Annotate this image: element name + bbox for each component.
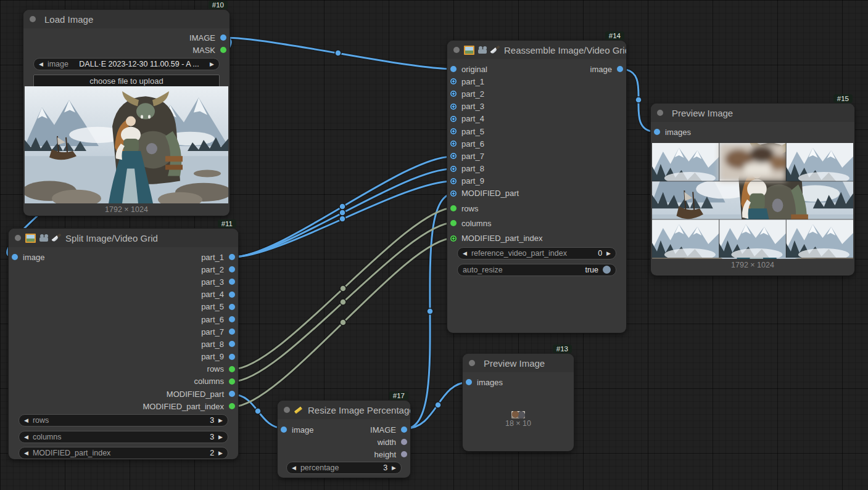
IMAGE-slot-dot[interactable]: [220, 35, 226, 41]
MODIFIED_part-slot-dot[interactable]: [450, 190, 457, 197]
widget-columns[interactable]: ◀columns3▶: [19, 431, 228, 443]
MODIFIED_part-slot-dot[interactable]: [229, 391, 235, 397]
part_2-slot-dot[interactable]: [229, 266, 235, 272]
slot-part_4: part_4: [447, 113, 543, 125]
columns-slot-dot[interactable]: [229, 378, 235, 385]
height-slot-dot[interactable]: [401, 451, 407, 457]
slot-part_4: part_4: [143, 288, 239, 301]
part_4-slot-dot[interactable]: [450, 116, 457, 122]
slot-MODIFIED_part_index: MODIFIED_part_index: [447, 232, 543, 244]
increment-arrow-icon[interactable]: ▶: [218, 415, 223, 426]
increment-arrow-icon[interactable]: ▶: [606, 248, 611, 259]
node-reassemble-grid[interactable]: #14 Reassemble Image/Video Grid original…: [447, 41, 626, 333]
part_1-slot-dot[interactable]: [450, 78, 457, 84]
widget-value: DALL·E 2023-12-30 11.00.59 - A ...: [73, 60, 205, 68]
node-title-bar[interactable]: Preview Image: [463, 354, 574, 372]
width-slot-dot[interactable]: [401, 439, 407, 445]
rows-slot-dot[interactable]: [450, 205, 457, 211]
widget-value: true: [585, 266, 598, 274]
widget-image[interactable]: ◀imageDALL·E 2023-12-30 11.00.59 - A ...…: [33, 58, 220, 70]
collapse-dot[interactable]: [30, 16, 36, 22]
increment-arrow-icon[interactable]: ▶: [210, 59, 214, 70]
widget-reference_video_part_index[interactable]: ◀reference_video_part_index0▶: [457, 247, 616, 259]
part_7-slot-dot[interactable]: [229, 329, 235, 335]
slot-IMAGE: IMAGE: [189, 31, 229, 44]
part_3-slot-dot[interactable]: [450, 104, 457, 110]
part_5-slot-dot[interactable]: [450, 128, 457, 134]
slot-label: part_3: [201, 277, 224, 287]
part_5-slot-dot[interactable]: [229, 304, 235, 310]
increment-arrow-icon[interactable]: ▶: [218, 431, 223, 443]
image-preview-thumbnail: [511, 411, 525, 419]
node-title-bar[interactable]: Reassemble Image/Video Grid: [447, 41, 626, 59]
picture-icon: [25, 234, 36, 243]
part_1-slot-dot[interactable]: [229, 254, 235, 260]
node-title-bar[interactable]: Resize Image Percentage: [278, 401, 410, 419]
node-title-bar[interactable]: Preview Image: [651, 104, 854, 122]
widget-auto_resize[interactable]: auto_resizetrue: [457, 264, 616, 276]
part_8-slot-dot[interactable]: [450, 166, 457, 172]
slot-label: height: [374, 450, 396, 459]
MODIFIED_part_index-slot-dot[interactable]: [229, 403, 235, 409]
node-title-bar[interactable]: Load Image: [23, 10, 229, 28]
rows-slot-dot[interactable]: [229, 366, 235, 372]
widget-percentage[interactable]: ◀percentage3▶: [286, 462, 402, 474]
part_8-slot-dot[interactable]: [229, 341, 235, 347]
image-slot-dot[interactable]: [617, 66, 623, 72]
image-slot-dot[interactable]: [281, 427, 287, 433]
node-title: Preview Image: [484, 358, 545, 369]
part_9-slot-dot[interactable]: [450, 178, 457, 184]
MODIFIED_part_index-slot-dot[interactable]: [450, 235, 457, 242]
slot-label: part_5: [201, 302, 224, 311]
images-slot-dot[interactable]: [466, 379, 472, 385]
image-slot-dot[interactable]: [12, 254, 18, 260]
increment-arrow-icon[interactable]: ▶: [392, 462, 396, 473]
part_6-slot-dot[interactable]: [450, 141, 457, 147]
image-dimensions: 1792 × 1024: [23, 205, 229, 214]
collapse-dot[interactable]: [469, 360, 475, 366]
slot-part_7: part_7: [447, 150, 543, 162]
slot-label: images: [665, 128, 691, 137]
decrement-arrow-icon[interactable]: ◀: [463, 248, 467, 259]
slot-part_7: part_7: [143, 325, 239, 338]
part_4-slot-dot[interactable]: [229, 292, 235, 298]
decrement-arrow-icon[interactable]: ◀: [24, 431, 28, 443]
slot-label: part_9: [201, 352, 224, 361]
images-slot-dot[interactable]: [654, 129, 660, 135]
collapse-dot[interactable]: [453, 47, 460, 53]
part_6-slot-dot[interactable]: [229, 316, 235, 322]
node-split-grid[interactable]: #11 Split Image/Video Grid image part_1p…: [9, 229, 238, 459]
node-preview-image-small[interactable]: #13 Preview Image images 18 × 10: [463, 354, 574, 451]
node-preview-image-main[interactable]: #15 Preview Image images: [651, 104, 854, 276]
decrement-arrow-icon[interactable]: ◀: [24, 415, 28, 426]
picture-icon: [464, 46, 474, 55]
collapse-dot[interactable]: [15, 235, 21, 241]
slot-label: rows: [207, 364, 224, 374]
slot-columns: columns: [447, 217, 543, 229]
columns-slot-dot[interactable]: [450, 220, 457, 226]
part_3-slot-dot[interactable]: [229, 279, 235, 285]
MASK-slot-dot[interactable]: [220, 47, 226, 53]
decrement-arrow-icon[interactable]: ◀: [292, 462, 296, 473]
node-load-image[interactable]: #10 Load Image IMAGEMASK ◀imageDALL·E 20…: [23, 10, 229, 216]
collapse-dot[interactable]: [657, 110, 663, 116]
node-resize-image-percentage[interactable]: #17 Resize Image Percentage image IMAGEw…: [278, 401, 410, 478]
slot-label: part_1: [201, 253, 224, 262]
original-slot-dot[interactable]: [450, 66, 457, 72]
part_7-slot-dot[interactable]: [450, 153, 457, 159]
slot-label: IMAGE: [370, 425, 396, 435]
node-title-bar[interactable]: Split Image/Video Grid: [9, 229, 238, 247]
part_9-slot-dot[interactable]: [229, 354, 235, 360]
slot-label: part_2: [201, 265, 224, 274]
collapse-dot[interactable]: [284, 407, 290, 413]
toggle-knob[interactable]: [603, 266, 611, 274]
slot-part_8: part_8: [447, 163, 543, 175]
widget-rows[interactable]: ◀rows3▶: [19, 414, 228, 427]
IMAGE-slot-dot[interactable]: [401, 427, 407, 433]
part_2-slot-dot[interactable]: [450, 91, 457, 97]
slot-MODIFIED_part: MODIFIED_part: [143, 388, 239, 400]
widget-MODIFIED_part_index[interactable]: ◀MODIFIED_part_index2▶: [19, 447, 228, 459]
decrement-arrow-icon[interactable]: ◀: [39, 59, 43, 70]
increment-arrow-icon[interactable]: ▶: [218, 447, 223, 459]
decrement-arrow-icon[interactable]: ◀: [24, 447, 28, 459]
